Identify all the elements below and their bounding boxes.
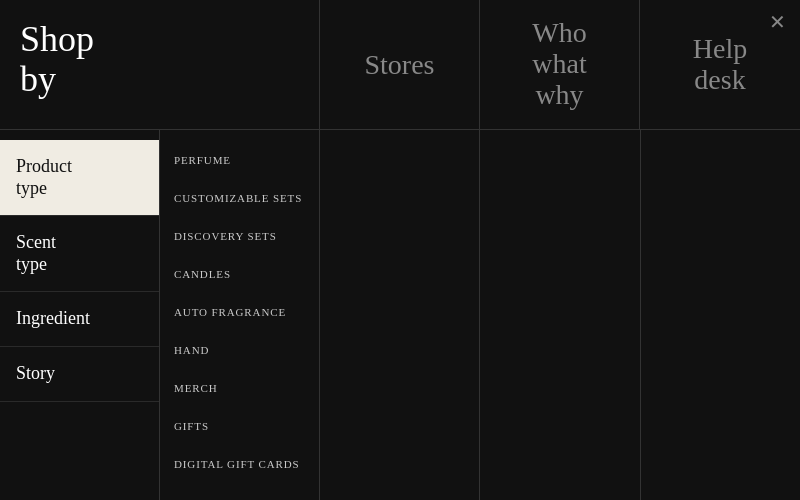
empty-col-3 [641,130,800,500]
shop-by-section[interactable]: Shop by [0,0,320,129]
product-item-digital-gift-cards[interactable]: DIGITAL GIFT CARDS [160,444,319,482]
stores-nav[interactable]: Stores [320,0,480,129]
product-item-customizable-sets[interactable]: CUSTOMIZABLE SETS [160,178,319,216]
product-item-discovery-sets-label: DISCOVERY SETS [174,230,277,242]
main-content: Producttype Scenttype Ingredient Story P… [0,130,800,500]
product-item-digital-gift-cards-label: DIGITAL GIFT CARDS [174,458,300,470]
product-item-hand[interactable]: HAND [160,330,319,368]
empty-col-1 [320,130,480,500]
stores-label: Stores [365,49,435,81]
product-list: PERFUME CUSTOMIZABLE SETS DISCOVERY SETS… [160,130,320,500]
who-what-why-label: Who what why [532,18,586,110]
header: Shop by Stores Who what why Help desk ✕ [0,0,800,130]
help-desk-nav[interactable]: Help desk ✕ [640,0,800,129]
product-item-customizable-sets-label: CUSTOMIZABLE SETS [174,192,302,204]
who-what-why-nav[interactable]: Who what why [480,0,640,129]
product-item-gifts[interactable]: GIFTS [160,406,319,444]
product-item-candles[interactable]: CANDLES [160,254,319,292]
sidebar-item-ingredient-label: Ingredient [16,308,90,328]
product-item-auto-fragrance[interactable]: AUTO FRAGRANCE [160,292,319,330]
help-desk-label: Help desk [693,34,747,96]
sidebar-item-ingredient[interactable]: Ingredient [0,292,159,347]
sidebar-item-story[interactable]: Story [0,347,159,402]
empty-col-2 [480,130,640,500]
product-item-gifts-label: GIFTS [174,420,209,432]
product-item-merch[interactable]: MERCH [160,368,319,406]
close-icon[interactable]: ✕ [769,12,786,32]
shop-by-title: Shop by [20,20,94,99]
sidebar-item-story-label: Story [16,363,55,383]
sidebar-item-scent-type-label: Scenttype [16,232,56,274]
product-item-auto-fragrance-label: AUTO FRAGRANCE [174,306,286,318]
product-item-perfume-label: PERFUME [174,154,231,166]
product-item-candles-label: CANDLES [174,268,231,280]
sidebar: Producttype Scenttype Ingredient Story [0,130,160,500]
product-item-merch-label: MERCH [174,382,218,394]
sidebar-item-product-type-label: Producttype [16,156,72,198]
sidebar-item-product-type[interactable]: Producttype [0,140,159,216]
product-item-discovery-sets[interactable]: DISCOVERY SETS [160,216,319,254]
product-item-perfume[interactable]: PERFUME [160,140,319,178]
sidebar-item-scent-type[interactable]: Scenttype [0,216,159,292]
app-container: Shop by Stores Who what why Help desk ✕ [0,0,800,500]
product-item-hand-label: HAND [174,344,209,356]
